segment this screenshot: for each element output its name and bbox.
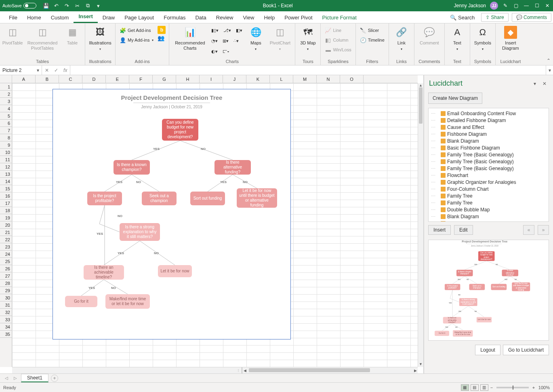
recommended-pivot-button[interactable]: ◫Recommended PivotTables xyxy=(24,25,61,51)
zoom-out-button[interactable]: − xyxy=(489,385,494,390)
row-header[interactable]: 26 xyxy=(0,265,12,272)
col-header[interactable]: L xyxy=(270,75,293,83)
tab-view[interactable]: View xyxy=(238,13,259,23)
tree-item[interactable]: ····Basic Fishbone Diagram xyxy=(429,144,549,151)
fx-icon[interactable]: fx xyxy=(63,67,67,73)
zoom-slider[interactable] xyxy=(496,387,529,388)
row-header[interactable]: 9 xyxy=(0,141,12,149)
row-header[interactable]: 20 xyxy=(0,221,12,229)
row-header[interactable]: 8 xyxy=(0,134,12,141)
select-all-corner[interactable] xyxy=(0,75,12,83)
col-header[interactable]: G xyxy=(153,75,176,83)
slicer-button[interactable]: 🔪Slicer xyxy=(358,26,386,35)
tree-item[interactable]: ····Blank Diagram xyxy=(429,137,549,144)
stat-chart-icon[interactable]: ⊞▾ xyxy=(221,36,230,45)
tab-home[interactable]: Home xyxy=(22,13,46,23)
create-diagram-button[interactable]: Create New Diagram xyxy=(428,93,482,104)
row-headers[interactable]: 1234567891011121314151617181920212223242… xyxy=(0,83,12,367)
get-addins-button[interactable]: 🧩Get Add-ins xyxy=(118,26,155,35)
maximize-icon[interactable]: ☐ xyxy=(534,2,540,9)
tree-item[interactable]: ····Four-Column Chart xyxy=(429,185,549,192)
row-header[interactable]: 25 xyxy=(0,258,12,265)
view-pagelayout-icon[interactable]: ▤ xyxy=(471,384,479,391)
combo-chart-icon[interactable]: ⫍▾ xyxy=(221,47,231,56)
insert-diagram-button[interactable]: ◆Insert Diagram xyxy=(498,25,523,51)
pivotchart-button[interactable]: ◫PivotChart▾ xyxy=(267,25,292,51)
tree-item[interactable]: ····Detailed Fishbone Diagram xyxy=(429,117,549,124)
people-addin-icon[interactable]: 👥 xyxy=(158,35,166,43)
row-header[interactable]: 18 xyxy=(0,207,12,214)
col-header[interactable]: N xyxy=(317,75,340,83)
collapse-ribbon-icon[interactable]: ⌃ xyxy=(547,58,551,63)
row-header[interactable]: 17 xyxy=(0,200,12,207)
tree-item[interactable]: ····Family Tree xyxy=(429,199,549,206)
row-header[interactable]: 4 xyxy=(0,105,12,112)
tab-file[interactable]: File xyxy=(4,13,22,23)
row-header[interactable]: 11 xyxy=(0,156,12,163)
qat-overflow-icon[interactable]: ▾ xyxy=(95,2,102,9)
col-header[interactable]: E xyxy=(106,75,129,83)
row-header[interactable]: 3 xyxy=(0,98,12,105)
col-header[interactable]: J xyxy=(223,75,246,83)
my-addins-button[interactable]: 👤My Add-ins▾ xyxy=(118,36,155,44)
sparkline-line-button[interactable]: 📈Line xyxy=(323,26,353,35)
col-header[interactable]: D xyxy=(82,75,106,83)
tab-formulas[interactable]: Formulas xyxy=(159,13,190,23)
tab-power-pivot[interactable]: Power Pivot xyxy=(280,13,317,23)
logout-button[interactable]: Logout xyxy=(475,345,500,355)
pivottable-button[interactable]: ◫PivotTable xyxy=(2,25,23,46)
hier-chart-icon[interactable]: ◧▾ xyxy=(234,26,244,35)
comments-button[interactable]: 💬 Comments xyxy=(512,13,551,22)
insert-button[interactable]: Insert xyxy=(428,225,451,235)
worksheet-grid[interactable]: ABCDEFGHIJKLMNO 123456789101112131415161… xyxy=(0,75,424,373)
col-header[interactable]: F xyxy=(129,75,153,83)
row-header[interactable]: 2 xyxy=(0,91,12,98)
tab-insert[interactable]: Insert xyxy=(74,12,97,23)
row-header[interactable]: 21 xyxy=(0,229,12,236)
tree-item[interactable]: ····Double Bubble Map xyxy=(429,206,549,213)
text-button[interactable]: AText▾ xyxy=(447,25,467,51)
minimize-icon[interactable]: — xyxy=(523,2,530,9)
row-header[interactable]: 15 xyxy=(0,185,12,192)
col-header[interactable]: C xyxy=(59,75,82,83)
row-header[interactable]: 10 xyxy=(0,149,12,156)
panel-close-icon[interactable]: ✕ xyxy=(541,81,548,86)
tab-page-layout[interactable]: Page Layout xyxy=(120,13,159,23)
timeline-button[interactable]: 🕘Timeline xyxy=(358,36,386,44)
row-header[interactable]: 12 xyxy=(0,163,12,171)
col-header[interactable]: M xyxy=(293,75,317,83)
sparkline-winloss-button[interactable]: ▬Win/Loss xyxy=(323,45,353,54)
panel-options-icon[interactable]: ▾ xyxy=(531,81,538,86)
tree-item[interactable]: ····Flowchart xyxy=(429,172,549,179)
search-button[interactable]: 🔍Search xyxy=(445,13,479,23)
row-header[interactable]: 16 xyxy=(0,192,12,200)
row-header[interactable]: 35 xyxy=(0,331,12,338)
expand-formula-icon[interactable]: ▾ xyxy=(546,65,553,75)
qat-icon-2[interactable]: ⧉ xyxy=(85,2,91,9)
diagram-tree[interactable]: ····Email Onboarding Content Flow····Det… xyxy=(428,108,549,222)
tab-data[interactable]: Data xyxy=(190,13,211,23)
goto-lucidchart-button[interactable]: Go to Lucidchart xyxy=(503,345,549,355)
pie-chart-icon[interactable]: ◐▾ xyxy=(210,47,219,56)
scatter-chart-icon[interactable]: ∴▾ xyxy=(232,36,240,45)
undo-icon[interactable]: ↶ xyxy=(53,2,60,9)
tab-help[interactable]: Help xyxy=(259,13,280,23)
tree-item[interactable]: ····Blank Diagram xyxy=(429,213,549,220)
tab-draw[interactable]: Draw xyxy=(98,13,120,23)
tree-item[interactable]: ····Blank Diagram xyxy=(429,220,549,222)
avatar[interactable]: JJ xyxy=(490,2,498,10)
tab-custom[interactable]: Custom xyxy=(46,13,74,23)
name-box[interactable]: Picture 2▾ xyxy=(0,65,42,75)
row-header[interactable]: 29 xyxy=(0,287,12,294)
zoom-level[interactable]: 100% xyxy=(538,385,550,390)
row-header[interactable]: 31 xyxy=(0,301,12,309)
col-header[interactable]: O xyxy=(340,75,364,83)
tree-item[interactable]: ····Family Tree (Basic Genealogy) xyxy=(429,158,549,165)
vertical-scrollbar[interactable]: ▲▼ xyxy=(418,83,423,367)
horizontal-scrollbar[interactable]: ⋮◀▶ xyxy=(12,367,418,373)
formula-input[interactable] xyxy=(70,65,546,75)
add-sheet-button[interactable]: + xyxy=(51,375,58,382)
sparkline-column-button[interactable]: ▮▯Column xyxy=(323,36,353,44)
sheet-nav-prev[interactable]: ◁ xyxy=(3,376,10,380)
page-next-button[interactable]: » xyxy=(538,225,549,235)
